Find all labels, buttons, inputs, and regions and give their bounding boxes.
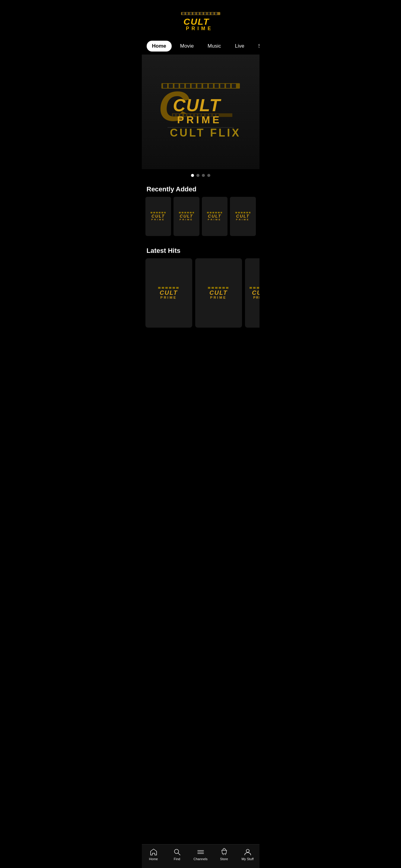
svg-rect-4	[193, 12, 196, 15]
card-prime-1: PRIME	[151, 218, 165, 221]
home-icon	[150, 848, 157, 856]
nav-movie[interactable]: Movie	[175, 41, 199, 52]
latest-card-logo-3: CU PRI	[250, 287, 259, 299]
bottom-nav-find-label: Find	[174, 857, 180, 861]
svg-point-53	[246, 849, 249, 852]
card-filmstrip-4	[235, 212, 251, 213]
svg-rect-7	[204, 12, 206, 15]
hero-logo: C CULT	[155, 79, 246, 145]
bottom-nav-home[interactable]: Home	[142, 848, 165, 861]
svg-rect-19	[192, 84, 196, 88]
bottom-nav-home-label: Home	[149, 857, 158, 861]
svg-text:CULT  FLIX: CULT FLIX	[170, 127, 241, 139]
svg-rect-8	[208, 12, 210, 15]
dot-4[interactable]	[207, 174, 210, 177]
recently-added-card-1[interactable]: CULT PRIME	[145, 197, 171, 236]
svg-rect-1	[182, 12, 185, 15]
card-prime-3: PRIME	[208, 218, 222, 221]
latest-prime-3: PRI	[253, 296, 259, 299]
svg-point-46	[174, 849, 179, 854]
card-cult-3: CULT	[208, 214, 221, 218]
latest-hits-card-1[interactable]: CULT PRIME	[145, 258, 192, 328]
svg-rect-21	[203, 84, 207, 88]
svg-rect-23	[214, 84, 219, 88]
svg-rect-3	[190, 12, 192, 15]
recently-added-title: Recently Added	[142, 185, 259, 197]
recently-added-cards[interactable]: CULT PRIME CULT PRIME CULT PRIME CULT	[142, 197, 259, 242]
card-prime-4: PRIME	[236, 218, 250, 221]
svg-rect-2	[186, 12, 188, 15]
svg-rect-9	[211, 12, 213, 15]
svg-rect-25	[226, 84, 230, 88]
svg-line-47	[178, 853, 180, 855]
bottom-spacer	[142, 334, 259, 361]
bottom-nav-store-label: Store	[220, 857, 228, 861]
bottom-nav-find[interactable]: Find	[165, 848, 189, 861]
card-filmstrip-1	[150, 212, 166, 213]
svg-rect-22	[209, 84, 213, 88]
latest-filmstrip-3	[250, 287, 259, 289]
header: CULT PRIME	[142, 0, 259, 38]
latest-hits-title: Latest Hits	[142, 247, 259, 258]
nav-live[interactable]: Live	[230, 41, 250, 52]
main-nav: Home Movie Music Live Shows	[142, 38, 259, 55]
recently-added-card-2[interactable]: CULT PRIME	[173, 197, 199, 236]
svg-rect-10	[215, 12, 217, 15]
card-filmstrip-2	[179, 212, 194, 213]
hero-banner: C CULT	[142, 55, 259, 169]
dot-1[interactable]	[191, 174, 194, 177]
nav-music[interactable]: Music	[202, 41, 226, 52]
latest-filmstrip-2	[208, 287, 229, 289]
latest-filmstrip-1	[158, 287, 179, 289]
hero-content: C CULT	[155, 79, 246, 145]
svg-rect-6	[200, 12, 203, 15]
latest-cult-2: CULT	[209, 290, 228, 296]
latest-hits-card-2[interactable]: CULT PRIME	[195, 258, 242, 328]
card-prime-2: PRIME	[179, 218, 193, 221]
recently-added-card-3[interactable]: CULT PRIME	[202, 197, 228, 236]
cult-prime-logo-svg: CULT PRIME	[181, 12, 220, 32]
app-logo: CULT PRIME	[181, 12, 220, 32]
latest-hits-card-3[interactable]: CU PRI	[245, 258, 259, 328]
latest-hits-cards[interactable]: CULT PRIME CULT PRIME CU PRI	[142, 258, 259, 334]
svg-rect-26	[232, 84, 236, 88]
svg-rect-30	[173, 114, 175, 116]
channels-icon	[197, 848, 205, 856]
user-icon	[244, 848, 252, 856]
svg-rect-24	[220, 84, 225, 88]
card-cult-2: CULT	[180, 214, 193, 218]
card-logo-4: CULT PRIME	[235, 212, 251, 221]
dot-3[interactable]	[202, 174, 205, 177]
bottom-nav: Home Find Channels	[142, 844, 259, 868]
latest-cult-3: CU	[252, 290, 259, 296]
svg-text:CULT: CULT	[173, 95, 222, 115]
svg-point-51	[223, 855, 224, 855]
svg-text:PRIME: PRIME	[186, 26, 213, 31]
nav-home[interactable]: Home	[147, 41, 172, 52]
recently-added-section: Recently Added CULT PRIME CULT PRIME CUL…	[142, 181, 259, 242]
svg-text:PRIME: PRIME	[177, 114, 222, 125]
svg-point-52	[225, 855, 226, 855]
carousel-dots	[142, 169, 259, 181]
search-icon	[173, 848, 181, 856]
latest-prime-1: PRIME	[161, 296, 177, 299]
bottom-nav-channels[interactable]: Channels	[189, 848, 212, 861]
card-filmstrip-3	[207, 212, 222, 213]
bottom-nav-store[interactable]: Store	[212, 848, 236, 861]
latest-cult-1: CULT	[160, 290, 178, 296]
store-icon	[220, 848, 228, 856]
card-logo-1: CULT PRIME	[150, 212, 166, 221]
svg-text:CULT: CULT	[183, 17, 209, 27]
latest-card-logo-2: CULT PRIME	[208, 287, 229, 299]
card-logo-3: CULT PRIME	[207, 212, 222, 221]
dot-2[interactable]	[196, 174, 199, 177]
latest-prime-2: PRIME	[210, 296, 227, 299]
bottom-nav-channels-label: Channels	[193, 857, 207, 861]
card-logo-2: CULT PRIME	[179, 212, 194, 221]
bottom-nav-mystuff-label: My Stuff	[241, 857, 254, 861]
recently-added-card-4[interactable]: CULT PRIME	[230, 197, 256, 236]
nav-shows[interactable]: Shows	[253, 41, 259, 52]
bottom-nav-mystuff[interactable]: My Stuff	[236, 848, 259, 861]
card-cult-1: CULT	[151, 214, 165, 218]
svg-rect-5	[197, 12, 199, 15]
